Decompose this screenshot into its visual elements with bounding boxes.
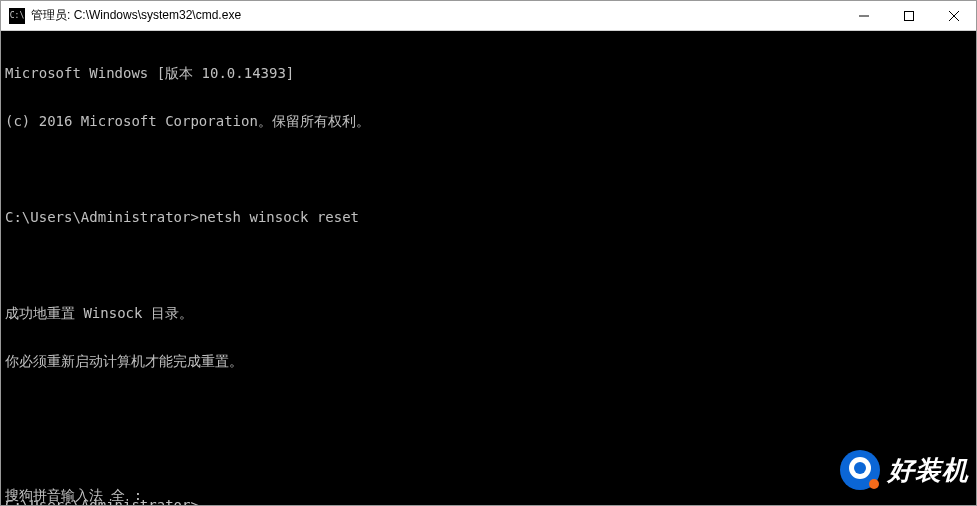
- svg-point-6: [854, 462, 866, 474]
- maximize-button[interactable]: [886, 1, 931, 30]
- svg-rect-1: [904, 11, 913, 20]
- titlebar[interactable]: C:\ 管理员: C:\Windows\system32\cmd.exe: [1, 1, 976, 31]
- watermark-logo-icon: [838, 448, 882, 492]
- terminal-output: Microsoft Windows [版本 10.0.14393]: [5, 65, 972, 81]
- terminal-output: [5, 401, 972, 417]
- terminal-output: [5, 257, 972, 273]
- terminal-output: 你必须重新启动计算机才能完成重置。: [5, 353, 972, 369]
- terminal-prompt-line: C:\Users\Administrator>: [5, 497, 972, 505]
- close-button[interactable]: [931, 1, 976, 30]
- terminal-command: netsh winsock reset: [199, 209, 359, 225]
- svg-point-7: [869, 479, 879, 489]
- minimize-button[interactable]: [841, 1, 886, 30]
- terminal-prompt-line: C:\Users\Administrator>netsh winsock res…: [5, 209, 972, 225]
- cmd-icon-label: C:\: [10, 12, 24, 20]
- cmd-icon: C:\: [9, 8, 25, 24]
- terminal-output: 成功地重置 Winsock 目录。: [5, 305, 972, 321]
- close-icon: [949, 11, 959, 21]
- watermark: 好装机: [838, 448, 969, 492]
- terminal-area[interactable]: Microsoft Windows [版本 10.0.14393] (c) 20…: [1, 31, 976, 505]
- terminal-output: [5, 449, 972, 465]
- window-title: 管理员: C:\Windows\system32\cmd.exe: [31, 7, 841, 24]
- terminal-prompt: C:\Users\Administrator>: [5, 209, 199, 225]
- minimize-icon: [859, 11, 869, 21]
- maximize-icon: [904, 11, 914, 21]
- cmd-window: C:\ 管理员: C:\Windows\system32\cmd.exe Mic…: [0, 0, 977, 506]
- terminal-output: [5, 161, 972, 177]
- ime-status: 搜狗拼音输入法 全 :: [1, 487, 146, 505]
- watermark-text: 好装机: [888, 453, 969, 488]
- window-controls: [841, 1, 976, 30]
- terminal-output: (c) 2016 Microsoft Corporation。保留所有权利。: [5, 113, 972, 129]
